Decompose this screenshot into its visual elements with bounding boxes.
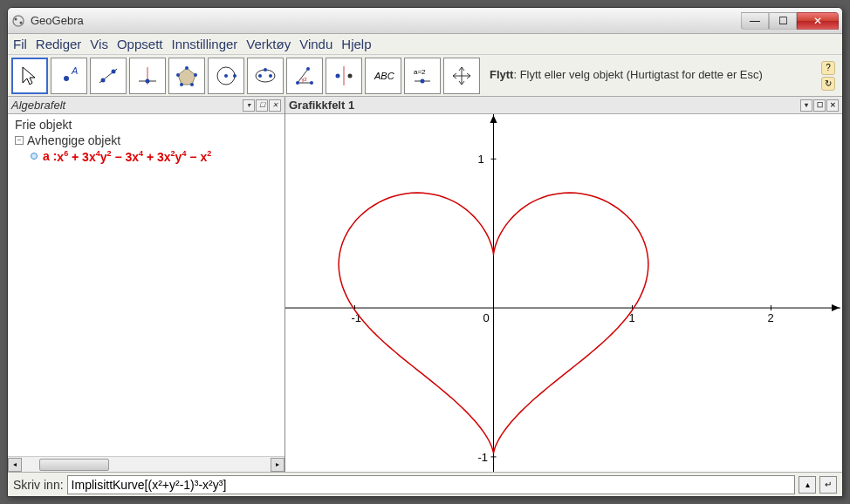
menu-fil[interactable]: Fil (13, 37, 27, 51)
menu-hjelp[interactable]: Hjelp (341, 37, 371, 51)
point-icon: A (57, 64, 81, 88)
svg-text:α: α (303, 75, 307, 83)
plot-svg: -1012-11 (285, 114, 840, 472)
window-title: GeoGebra (31, 14, 741, 27)
svg-point-22 (269, 74, 272, 78)
algebra-title: Algebrafelt (11, 99, 243, 112)
tool-slider[interactable]: a=2 (404, 58, 441, 94)
tool-perpendicular[interactable] (129, 58, 166, 94)
formula-body: x6 + 3x4y2 − 3x4 + 3x2y4 − x2 (57, 149, 211, 164)
menu-innstillinger[interactable]: Innstillinger (171, 37, 237, 51)
svg-text:0: 0 (483, 311, 490, 324)
tool-point[interactable]: A (51, 58, 87, 94)
panel-menu-icon[interactable]: ▾ (800, 99, 812, 112)
graphics-panel: Grafikkfelt 1 ▾ ☐ ✕ -1012-11 (285, 97, 842, 472)
tool-circle[interactable] (208, 58, 244, 94)
scroll-right-icon[interactable]: ▸ (271, 458, 284, 472)
scroll-left-icon[interactable]: ◂ (8, 458, 22, 472)
algebra-dependent-label: Avhengige objekt (27, 133, 120, 147)
input-label: Skriv inn: (13, 478, 64, 492)
menu-verktoy[interactable]: Verktøy (246, 37, 291, 51)
formula-prefix: a : (43, 149, 57, 163)
redo-icon[interactable]: ↻ (821, 77, 835, 91)
minimize-button[interactable]: — (741, 12, 769, 30)
help-icon[interactable]: ? (821, 61, 835, 75)
svg-text:a=2: a=2 (414, 68, 426, 76)
svg-point-30 (348, 73, 353, 78)
svg-point-27 (306, 67, 310, 71)
tool-line[interactable] (90, 58, 127, 94)
input-submit-icon[interactable]: ↵ (819, 476, 837, 494)
tool-polygon[interactable] (168, 58, 205, 94)
move-view-icon (449, 64, 474, 88)
tool-move-view[interactable] (443, 58, 480, 94)
algebra-category-dependent[interactable]: −Avhengige objekt (15, 133, 278, 147)
cursor-icon (17, 64, 42, 88)
input-dropdown-icon[interactable]: ▴ (799, 476, 816, 494)
svg-point-13 (194, 73, 197, 77)
polygon-icon (175, 64, 199, 88)
tool-angle[interactable]: α (286, 58, 323, 94)
line-icon (96, 64, 120, 88)
graphics-title: Grafikkfelt 1 (289, 99, 800, 112)
text-icon: ABC (371, 64, 395, 88)
svg-point-2 (20, 21, 23, 24)
panel-window-icon[interactable]: ☐ (813, 99, 826, 112)
svg-point-0 (13, 16, 24, 26)
titlebar[interactable]: GeoGebra — ☐ ✕ (8, 8, 842, 34)
svg-point-26 (310, 81, 313, 85)
main-area: Algebrafelt ▾ ☐ ✕ Frie objekt −Avhengige… (8, 97, 842, 472)
svg-point-29 (336, 73, 340, 78)
algebra-category-free[interactable]: Frie objekt (15, 118, 278, 132)
svg-text:1: 1 (478, 153, 484, 166)
menu-vindu[interactable]: Vindu (299, 37, 332, 51)
svg-text:-1: -1 (478, 451, 489, 464)
svg-point-15 (180, 83, 183, 86)
tool-text[interactable]: ABC (365, 58, 401, 94)
input-bar: Skriv inn: ▴ ↵ (8, 472, 842, 496)
svg-point-6 (101, 78, 106, 82)
menu-rediger[interactable]: Rediger (36, 37, 82, 51)
tool-desc-body: : Flytt eller velg objekt (Hurtigtast fo… (513, 68, 762, 81)
svg-point-23 (264, 68, 267, 72)
circle-icon (214, 64, 238, 88)
algebra-object-a[interactable]: a : x6 + 3x4y2 − 3x4 + 3x2y4 − x2 (15, 149, 278, 164)
graphics-header: Grafikkfelt 1 ▾ ☐ ✕ (285, 97, 842, 114)
svg-text:A: A (71, 65, 78, 76)
svg-point-16 (176, 73, 180, 77)
menu-oppsett[interactable]: Oppsett (117, 37, 163, 51)
algebra-panel-controls: ▾ ☐ ✕ (243, 99, 281, 112)
command-input[interactable] (67, 475, 795, 494)
reflect-icon (332, 64, 356, 88)
tool-move[interactable] (11, 58, 48, 94)
slider-icon: a=2 (410, 64, 435, 88)
panel-close-icon[interactable]: ✕ (826, 99, 839, 112)
svg-point-7 (112, 69, 116, 73)
algebra-content: Frie objekt −Avhengige objekt a : x6 + 3… (8, 114, 284, 456)
visibility-dot-icon[interactable] (31, 153, 38, 160)
algebra-scrollbar[interactable]: ◂ ▸ (8, 456, 284, 472)
scroll-thumb[interactable] (39, 459, 109, 471)
collapse-icon[interactable]: − (15, 136, 24, 145)
panel-menu-icon[interactable]: ▾ (243, 99, 255, 112)
svg-point-18 (224, 74, 228, 78)
app-icon (11, 14, 25, 28)
svg-point-1 (15, 17, 17, 20)
panel-window-icon[interactable]: ☐ (256, 99, 268, 112)
tool-desc-title: Flytt (490, 68, 513, 81)
algebra-panel: Algebrafelt ▾ ☐ ✕ Frie objekt −Avhengige… (8, 97, 285, 472)
angle-icon: α (292, 64, 317, 88)
panel-close-icon[interactable]: ✕ (269, 99, 281, 112)
svg-point-12 (185, 66, 189, 70)
tool-description: Flytt: Flytt eller velg objekt (Hurtigta… (483, 68, 819, 83)
tool-reflect[interactable] (326, 58, 362, 94)
graphics-canvas[interactable]: -1012-11 (285, 114, 842, 472)
svg-text:2: 2 (768, 311, 774, 324)
tool-ellipse[interactable] (247, 58, 284, 94)
maximize-button[interactable]: ☐ (769, 12, 797, 30)
svg-point-3 (64, 76, 69, 81)
close-button[interactable]: ✕ (797, 12, 839, 30)
svg-marker-11 (178, 68, 195, 85)
svg-point-10 (146, 78, 150, 83)
menu-vis[interactable]: Vis (90, 37, 108, 51)
